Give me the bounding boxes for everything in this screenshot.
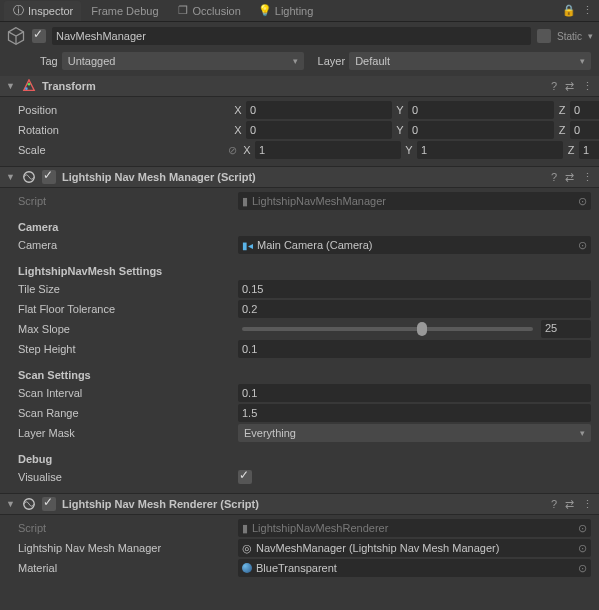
tab-inspector[interactable]: ⓘ Inspector [4, 1, 81, 21]
gameobject-header: Static ▾ [0, 22, 599, 50]
help-icon[interactable]: ? [551, 80, 557, 93]
tile-size-label: Tile Size [18, 283, 234, 295]
object-picker-icon[interactable]: ⊙ [578, 542, 587, 555]
object-picker-icon: ⊙ [578, 522, 587, 535]
foldout-icon[interactable]: ▼ [6, 172, 16, 182]
scale-label: Scale [18, 144, 224, 156]
transform-props: Position X Y Z Rotation X Y Z Scale ⊘ X … [0, 97, 599, 166]
tile-size-input[interactable] [238, 280, 591, 298]
scan-range-label: Scan Range [18, 407, 234, 419]
material-label: Material [18, 562, 234, 574]
scan-interval-label: Scan Interval [18, 387, 234, 399]
tab-label: Frame Debug [91, 5, 158, 17]
visualise-checkbox[interactable] [238, 470, 252, 484]
component-title: Lightship Nav Mesh Manager (Script) [62, 171, 545, 183]
tab-frame-debug[interactable]: Frame Debug [83, 1, 166, 21]
script-icon [22, 170, 36, 184]
tag-layer-row: Tag Untagged Layer Default [0, 50, 599, 76]
target-icon: ◎ [242, 542, 252, 555]
scale-z-input[interactable] [579, 141, 599, 159]
csharp-icon: ▮ [242, 195, 248, 208]
layer-dropdown[interactable]: Default [349, 52, 591, 70]
scale-x-input[interactable] [255, 141, 401, 159]
camera-label: Camera [18, 239, 234, 251]
static-checkbox[interactable] [537, 29, 551, 43]
max-slope-slider[interactable] [242, 327, 533, 331]
help-icon[interactable]: ? [551, 171, 557, 184]
gameobject-name-input[interactable] [52, 27, 531, 45]
help-icon[interactable]: ? [551, 498, 557, 511]
lock-icon[interactable]: 🔒 [560, 4, 578, 17]
max-slope-label: Max Slope [18, 323, 234, 335]
menu-icon[interactable]: ⋮ [582, 498, 593, 511]
tab-label: Inspector [28, 5, 73, 17]
scan-interval-input[interactable] [238, 384, 591, 402]
step-height-input[interactable] [238, 340, 591, 358]
script-icon [22, 497, 36, 511]
material-icon [242, 563, 252, 573]
component-title: Lightship Nav Mesh Renderer (Script) [62, 498, 545, 510]
tab-bar: ⓘ Inspector Frame Debug ❐ Occlusion 💡 Li… [0, 0, 599, 22]
menu-icon[interactable]: ⋮ [582, 171, 593, 184]
tab-occlusion[interactable]: ❐ Occlusion [169, 1, 249, 21]
object-picker-icon: ⊙ [578, 195, 587, 208]
scale-y-input[interactable] [417, 141, 563, 159]
lightbulb-icon: 💡 [259, 5, 271, 17]
rotation-x-input[interactable] [246, 121, 392, 139]
debug-header: Debug [18, 451, 591, 467]
rotation-y-input[interactable] [408, 121, 554, 139]
static-dropdown-icon[interactable]: ▾ [588, 31, 593, 41]
step-height-label: Step Height [18, 343, 234, 355]
script-label: Script [18, 522, 234, 534]
object-picker-icon[interactable]: ⊙ [578, 239, 587, 252]
navmesh-manager-header[interactable]: ▼ Lightship Nav Mesh Manager (Script) ? … [0, 166, 599, 188]
settings-header: LightshipNavMesh Settings [18, 263, 591, 279]
material-field[interactable]: BlueTransparent ⊙ [238, 559, 591, 577]
script-field: ▮ LightshipNavMeshRenderer ⊙ [238, 519, 591, 537]
tag-dropdown[interactable]: Untagged [62, 52, 304, 70]
transform-header[interactable]: ▼ Transform ? ⇄ ⋮ [0, 76, 599, 97]
tab-label: Lighting [275, 5, 314, 17]
foldout-icon[interactable]: ▼ [6, 81, 16, 91]
flat-floor-input[interactable] [238, 300, 591, 318]
active-checkbox[interactable] [32, 29, 46, 43]
tag-label: Tag [40, 55, 58, 67]
layer-mask-dropdown[interactable]: Everything [238, 424, 591, 442]
csharp-icon: ▮ [242, 522, 248, 535]
layer-label: Layer [318, 55, 346, 67]
position-x-input[interactable] [246, 101, 392, 119]
kebab-menu-icon[interactable]: ⋮ [580, 4, 595, 17]
tab-lighting[interactable]: 💡 Lighting [251, 1, 322, 21]
camera-icon: ▮◂ [242, 240, 253, 251]
object-picker-icon[interactable]: ⊙ [578, 562, 587, 575]
scan-settings-header: Scan Settings [18, 367, 591, 383]
manager-ref-field[interactable]: ◎ NavMeshManager (Lightship Nav Mesh Man… [238, 539, 591, 557]
cube-icon [6, 26, 26, 46]
slider-handle[interactable] [417, 322, 427, 336]
navmesh-renderer-header[interactable]: ▼ Lightship Nav Mesh Renderer (Script) ?… [0, 493, 599, 515]
static-label: Static [557, 31, 582, 42]
navmesh-manager-props: Script ▮ LightshipNavMeshManager ⊙ Camer… [0, 188, 599, 493]
foldout-icon[interactable]: ▼ [6, 499, 16, 509]
rotation-z-input[interactable] [570, 121, 599, 139]
menu-icon[interactable]: ⋮ [582, 80, 593, 93]
preset-icon[interactable]: ⇄ [565, 171, 574, 184]
navmesh-renderer-props: Script ▮ LightshipNavMeshRenderer ⊙ Ligh… [0, 515, 599, 584]
constrain-proportions-icon[interactable]: ⊘ [228, 144, 237, 157]
position-label: Position [18, 104, 224, 116]
transform-title: Transform [42, 80, 545, 92]
scan-range-input[interactable] [238, 404, 591, 422]
camera-header: Camera [18, 219, 591, 235]
camera-field[interactable]: ▮◂ Main Camera (Camera) ⊙ [238, 236, 591, 254]
component-enabled-checkbox[interactable] [42, 497, 56, 511]
max-slope-value-input[interactable]: 25 [541, 320, 591, 338]
tab-label: Occlusion [193, 5, 241, 17]
position-y-input[interactable] [408, 101, 554, 119]
svg-point-0 [28, 83, 31, 86]
position-z-input[interactable] [570, 101, 599, 119]
component-enabled-checkbox[interactable] [42, 170, 56, 184]
info-icon: ⓘ [12, 5, 24, 17]
script-label: Script [18, 195, 234, 207]
preset-icon[interactable]: ⇄ [565, 80, 574, 93]
preset-icon[interactable]: ⇄ [565, 498, 574, 511]
